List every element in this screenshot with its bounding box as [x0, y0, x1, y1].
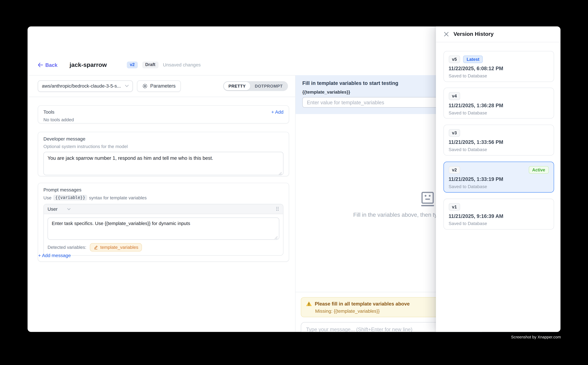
page-title: jack-sparrow	[69, 62, 107, 68]
drag-handle-icon[interactable]	[276, 207, 279, 211]
version-status-badge: Latest	[463, 55, 483, 63]
tools-empty-label: No tools added	[43, 117, 284, 122]
version-saved-status: Saved to Database	[449, 110, 549, 116]
editor-column: aws/anthropic/bedrock-claude-3-5-s...	[28, 75, 296, 332]
version-saved-status: Saved to Database	[449, 73, 549, 79]
prompt-hint: Use {{variable}} syntax for template var…	[43, 195, 284, 201]
hint-code-chip: {{variable}}	[53, 195, 87, 201]
model-select-value: aws/anthropic/bedrock-claude-3-5-s...	[42, 83, 125, 89]
resize-handle-icon[interactable]	[274, 235, 278, 239]
screenshot-stage: Back jack-sparrow v2 Draft Unsaved chang…	[0, 0, 588, 365]
version-number-badge: v3	[449, 129, 460, 137]
detected-variables-row: Detected variables: template_variables	[48, 243, 279, 252]
version-timestamp: 11/21/2025, 1:33:19 PM	[449, 176, 549, 182]
empty-state-hint: Fill in the variables above, then typ	[353, 211, 440, 218]
chevron-down-icon	[67, 208, 71, 210]
toggle-pretty[interactable]: PRETTY	[224, 82, 250, 90]
detected-variable-chip[interactable]: template_variables	[90, 243, 142, 252]
arrow-left-icon	[38, 63, 43, 67]
back-label: Back	[45, 62, 57, 68]
version-timestamp: 11/21/2025, 1:36:28 PM	[449, 103, 549, 108]
app-canvas: Back jack-sparrow v2 Draft Unsaved chang…	[0, 0, 588, 365]
version-badges-row: v4	[449, 92, 549, 100]
model-select[interactable]: aws/anthropic/bedrock-claude-3-5-s...	[38, 80, 133, 91]
version-status-badge: Active	[529, 166, 549, 174]
version-badges-row: v1	[449, 203, 549, 211]
message-input[interactable]: Enter task specifics. Use {{template_var…	[52, 221, 275, 237]
version-timestamp: 11/21/2025, 9:16:39 AM	[449, 213, 549, 219]
detected-variables-label: Detected variables:	[48, 245, 86, 250]
tools-title: Tools	[43, 109, 54, 115]
message-body: Enter task specifics. Use {{template_var…	[44, 214, 283, 255]
message-textarea-wrap: Enter task specifics. Use {{template_var…	[48, 218, 279, 240]
prompt-messages-title: Prompt messages	[43, 187, 284, 193]
version-number-badge: v4	[449, 92, 460, 100]
detected-variable-name: template_variables	[100, 245, 138, 250]
tools-card: Tools + Add No tools added	[38, 105, 289, 124]
developer-message-title: Developer message	[43, 136, 284, 142]
format-toggle: PRETTY DOTPROMPT	[223, 81, 288, 91]
toggle-dotprompt[interactable]: DOTPROMPT	[250, 82, 287, 90]
hint-prefix: Use	[43, 195, 51, 201]
version-number-badge: v2	[449, 166, 460, 174]
version-history-panel: Version History v5 Latest 11/22/2025, 6:…	[436, 27, 560, 332]
version-card[interactable]: v1 11/21/2025, 9:16:39 AM Saved to Datab…	[443, 198, 554, 230]
version-card[interactable]: v3 11/21/2025, 1:33:56 PM Saved to Datab…	[443, 125, 554, 156]
chevron-down-icon	[125, 85, 129, 87]
version-card[interactable]: v5 Latest 11/22/2025, 6:08:12 PM Saved t…	[443, 51, 554, 82]
prompt-messages-card: Prompt messages Use {{variable}} syntax …	[38, 183, 289, 262]
version-card[interactable]: v2 Active 11/21/2025, 1:33:19 PM Saved t…	[443, 161, 554, 193]
close-icon[interactable]	[444, 32, 449, 37]
robot-face-icon	[421, 192, 434, 207]
developer-message-textarea-wrap: You are jack sparrow number 1, respond a…	[43, 152, 284, 175]
hint-suffix: syntax for template variables	[89, 195, 147, 201]
version-badges-row: v3	[449, 129, 549, 137]
version-saved-status: Saved to Database	[449, 221, 549, 226]
version-badges-row: v5 Latest	[449, 55, 549, 63]
pencil-icon	[94, 245, 98, 250]
version-badge: v2	[127, 62, 138, 68]
version-history-header: Version History	[436, 27, 560, 42]
watermark-credit: Screenshot by Xnapper.com	[511, 335, 561, 339]
add-message-button[interactable]: + Add message	[38, 253, 71, 259]
prompt-message-block: User Enter task specifics. U	[43, 204, 284, 256]
parameters-button[interactable]: Parameters	[137, 80, 181, 91]
version-saved-status: Saved to Database	[449, 147, 549, 152]
version-number-badge: v1	[449, 203, 460, 211]
parameters-label: Parameters	[150, 83, 176, 89]
version-list: v5 Latest 11/22/2025, 6:08:12 PM Saved t…	[436, 42, 560, 229]
back-button[interactable]: Back	[38, 62, 57, 68]
draft-badge: Draft	[142, 62, 158, 68]
warning-triangle-icon	[306, 301, 312, 306]
add-message-label: + Add message	[38, 253, 71, 259]
gear-icon	[142, 83, 148, 89]
version-timestamp: 11/22/2025, 6:08:12 PM	[449, 66, 549, 71]
warning-title: Please fill in all template variables ab…	[315, 301, 410, 307]
role-select-value: User	[48, 207, 58, 212]
version-card[interactable]: v4 11/21/2025, 1:36:28 PM Saved to Datab…	[443, 88, 554, 119]
unsaved-changes-label: Unsaved changes	[163, 62, 201, 68]
developer-message-subtitle: Optional system instructions for the mod…	[43, 144, 284, 149]
role-select[interactable]: User	[48, 207, 71, 212]
message-role-header: User	[44, 204, 283, 214]
version-timestamp: 11/21/2025, 1:33:56 PM	[449, 140, 549, 145]
version-history-title: Version History	[453, 31, 493, 37]
model-toolbar: aws/anthropic/bedrock-claude-3-5-s...	[28, 75, 295, 97]
version-badges-row: v2 Active	[449, 166, 549, 174]
version-number-badge: v5	[449, 55, 460, 63]
resize-handle-icon[interactable]	[278, 170, 282, 174]
developer-message-input[interactable]: You are jack sparrow number 1, respond a…	[48, 155, 279, 172]
developer-message-card: Developer message Optional system instru…	[38, 132, 289, 176]
add-tool-button[interactable]: + Add	[271, 109, 284, 115]
version-saved-status: Saved to Database	[449, 184, 549, 189]
